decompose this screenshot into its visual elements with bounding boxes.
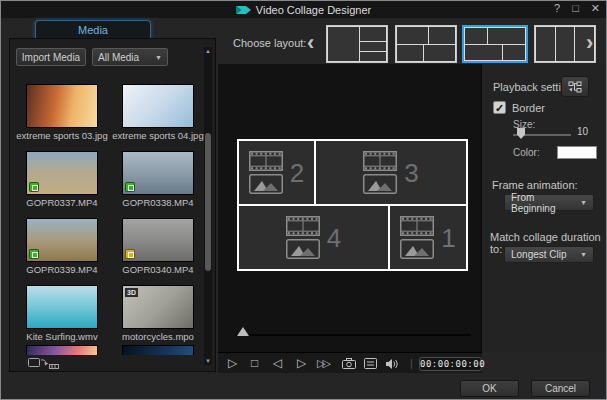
playback-settings-button[interactable] <box>561 76 589 97</box>
photo-placeholder-icon <box>249 174 283 194</box>
scroll-up-icon[interactable]: ▲ <box>204 47 212 55</box>
snapshot-button[interactable] <box>342 358 356 369</box>
layout-option-1[interactable] <box>326 25 388 63</box>
window-controls: ? □ ✕ <box>554 2 600 15</box>
settings-panel: Playback settings: ✓ Border Size: 10 Col… <box>483 64 607 352</box>
media-thumbnail[interactable]: 3D <box>122 285 194 329</box>
collage-frame-1[interactable]: 1 <box>390 206 466 269</box>
chevron-down-icon: ▼ <box>155 54 162 61</box>
seek-track[interactable] <box>235 334 471 336</box>
media-scrollbar[interactable]: ▲ ▼ <box>204 47 212 365</box>
app-icon <box>236 5 251 15</box>
color-label: Color: <box>513 147 540 158</box>
match-duration-value: Longest Clip <box>511 249 567 260</box>
import-media-button[interactable]: Import Media <box>16 48 86 66</box>
media-thumbnail[interactable] <box>26 218 98 262</box>
layout-scroll-left-icon[interactable]: ‹ <box>307 30 314 56</box>
media-filename: motorcycles.mpo <box>112 331 204 342</box>
media-item[interactable]: extreme sports 03.jpg <box>16 84 108 141</box>
border-checkbox[interactable]: ✓ <box>493 101 506 114</box>
frame-number: 3 <box>404 160 418 186</box>
layout-option-2[interactable] <box>395 25 457 63</box>
ok-button[interactable]: OK <box>460 380 519 397</box>
media-item[interactable]: GOPR0337.MP4 <box>16 151 108 208</box>
close-button[interactable]: ✕ <box>591 2 600 15</box>
frame-number: 4 <box>327 225 341 251</box>
photo-placeholder-icon <box>363 174 397 194</box>
media-thumbnail[interactable] <box>122 84 194 128</box>
media-item[interactable]: GOPR0339.MP4 <box>16 218 108 275</box>
frame-number: 2 <box>290 160 304 186</box>
tab-media[interactable]: Media <box>35 20 151 39</box>
volume-button[interactable] <box>385 358 398 370</box>
previous-frame-button[interactable]: ◁ <box>273 356 282 370</box>
window-title: Video Collage Designer <box>256 4 371 16</box>
video-placeholder-icon <box>400 216 434 236</box>
video-collage-designer-window: Video Collage Designer ? □ ✕ Media Impor… <box>0 0 607 400</box>
collage-frame-3[interactable]: 3 <box>316 141 466 204</box>
border-label: Border <box>512 102 545 114</box>
media-panel-footer <box>10 355 206 371</box>
collage-preview: 2 <box>237 139 468 271</box>
media-item[interactable]: extreme sports 04.jpg <box>112 84 204 141</box>
video-format-badge <box>125 249 135 259</box>
frame-animation-label: Frame animation: <box>492 179 578 191</box>
cancel-button[interactable]: Cancel <box>531 380 590 397</box>
seek-handle[interactable] <box>237 327 249 336</box>
photo-placeholder-icon <box>286 239 320 259</box>
timecode-display: 00:00:00:00 <box>419 357 482 371</box>
media-filename: extreme sports 03.jpg <box>16 130 108 141</box>
collage-frame-2[interactable]: 2 <box>239 141 314 204</box>
media-filter-value: All Media <box>98 52 139 63</box>
chevron-down-icon: ▼ <box>580 251 587 258</box>
media-item[interactable]: 3D motorcycles.mpo <box>112 285 204 342</box>
media-filename: GOPR0337.MP4 <box>16 197 108 208</box>
border-color-swatch[interactable] <box>557 146 597 159</box>
choose-layout-label: Choose layout: <box>233 37 306 49</box>
collage-frame-4[interactable]: 4 <box>239 206 388 269</box>
transport-separator: | <box>410 357 413 369</box>
scrollbar-thumb[interactable] <box>205 133 211 271</box>
stop-button[interactable]: □ <box>251 356 258 370</box>
video-format-badge <box>29 182 39 192</box>
titlebar: Video Collage Designer ? □ ✕ <box>1 1 606 18</box>
transport-bar: ▷ □ ◁ ▷ ▷▷ | 00:00:00:00 <box>218 352 482 373</box>
media-filename: GOPR0339.MP4 <box>16 264 108 275</box>
media-item[interactable]: Kite Surfing.wmv <box>16 285 108 342</box>
frame-number: 1 <box>441 225 455 251</box>
border-size-value: 10 <box>577 126 588 137</box>
border-size-slider-handle[interactable] <box>517 128 525 139</box>
media-filter-dropdown[interactable]: All Media ▼ <box>92 48 168 66</box>
play-button[interactable]: ▷ <box>228 356 237 370</box>
frame-animation-dropdown[interactable]: From Beginning ▼ <box>504 194 594 211</box>
send-to-timeline-icon[interactable] <box>28 356 60 370</box>
fast-forward-button[interactable]: ▷▷ <box>317 356 328 370</box>
media-filename: Kite Surfing.wmv <box>16 331 108 342</box>
media-panel: Import Media All Media ▼ extreme sports … <box>9 38 216 372</box>
chevron-down-icon: ▼ <box>580 199 587 206</box>
media-thumbnail[interactable] <box>122 218 194 262</box>
media-thumbnail[interactable] <box>26 84 98 128</box>
frame-animation-value: From Beginning <box>511 192 580 214</box>
video-placeholder-icon <box>249 151 283 171</box>
scroll-down-icon[interactable]: ▼ <box>204 357 212 365</box>
display-options-button[interactable] <box>364 358 377 369</box>
maximize-button[interactable]: □ <box>572 2 579 15</box>
layout-option-3-selected[interactable] <box>462 25 528 63</box>
video-format-badge <box>125 182 135 192</box>
media-thumbnail[interactable] <box>122 151 194 195</box>
playback-settings-icon <box>568 81 582 93</box>
help-button[interactable]: ? <box>554 2 560 15</box>
media-filename: GOPR0338.MP4 <box>112 197 204 208</box>
media-item[interactable]: GOPR0338.MP4 <box>112 151 204 208</box>
photo-placeholder-icon <box>400 239 434 259</box>
video-placeholder-icon <box>286 216 320 236</box>
layout-scroll-right-icon[interactable]: › <box>586 30 593 56</box>
video-format-badge <box>29 249 39 259</box>
match-duration-dropdown[interactable]: Longest Clip ▼ <box>504 246 594 263</box>
next-frame-button[interactable]: ▷ <box>297 356 306 370</box>
media-thumbnail[interactable] <box>26 285 98 329</box>
video-placeholder-icon <box>363 151 397 171</box>
media-item[interactable]: GOPR0340.MP4 <box>112 218 204 275</box>
media-thumbnail[interactable] <box>26 151 98 195</box>
